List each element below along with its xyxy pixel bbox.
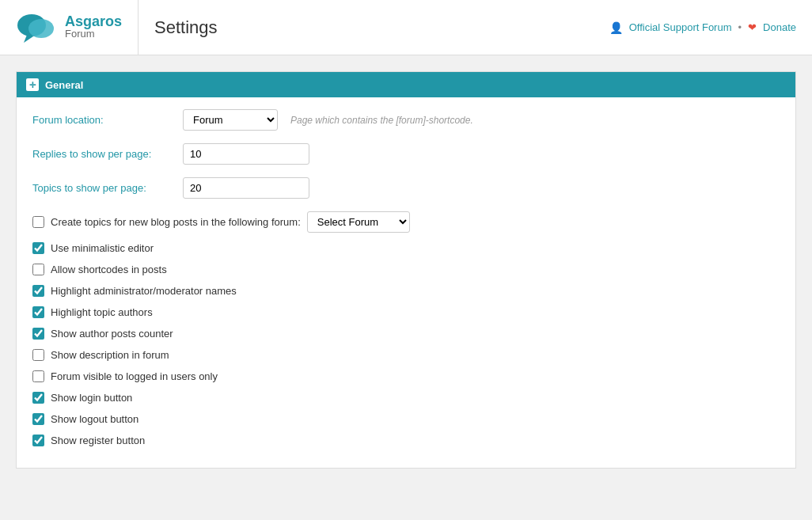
checkbox-cb4[interactable] [32,306,44,318]
checkbox-label-cb2[interactable]: Allow shortcodes in posts [51,264,167,275]
checkbox-row: Allow shortcodes in posts [32,264,780,275]
checkbox-cb9[interactable] [32,413,44,425]
checkbox-row: Show author posts counter [32,328,780,340]
replies-per-page-row: Replies to show per page: [32,143,780,165]
page-title: Settings [154,17,609,38]
section-body: Forum location: Forum Page which contain… [17,97,795,468]
checkbox-label-cb7[interactable]: Forum visible to logged in users only [51,370,218,382]
checkbox-label-cb8[interactable]: Show login button [51,392,132,404]
forum-location-select[interactable]: Forum [183,109,278,131]
topics-per-page-label: Topics to show per page: [32,182,175,194]
person-icon: 👤 [609,21,623,34]
checkbox-label-cb9[interactable]: Show logout button [51,413,138,425]
checkbox-row: Highlight topic authors [32,306,780,318]
checkbox-cb1[interactable] [32,242,44,254]
checkbox-row: Show description in forum [32,349,780,361]
donate-link[interactable]: Donate [763,21,796,33]
forum-location-label: Forum location: [32,114,175,126]
checkboxes-container: Use minimalistic editorAllow shortcodes … [32,242,780,446]
svg-point-1 [28,19,54,38]
checkbox-cb7[interactable] [32,370,44,382]
create-topics-label[interactable]: Create topics for new blog posts in the … [51,216,301,228]
general-section: ✛ General Forum location: Forum Page whi… [16,71,796,469]
replies-per-page-input[interactable] [183,143,309,165]
checkbox-row: Use minimalistic editor [32,242,780,254]
checkbox-cb8[interactable] [32,392,44,404]
checkbox-label-cb6[interactable]: Show description in forum [51,349,169,361]
support-forum-link[interactable]: Official Support Forum [629,21,732,33]
checkbox-cb5[interactable] [32,328,44,340]
section-icon: ✛ [26,78,39,91]
checkbox-cb2[interactable] [32,264,44,275]
checkbox-label-cb5[interactable]: Show author posts counter [51,328,173,340]
section-header: ✛ General [17,72,795,97]
checkbox-label-cb1[interactable]: Use minimalistic editor [51,242,154,254]
main-content: ✛ General Forum location: Forum Page whi… [0,55,812,500]
checkbox-cb6[interactable] [32,349,44,361]
forum-location-row: Forum location: Forum Page which contain… [32,109,780,131]
checkbox-row: Show register button [32,435,780,446]
forum-location-hint: Page which contains the [forum]-shortcod… [290,115,473,126]
checkbox-label-cb10[interactable]: Show register button [51,435,145,446]
create-topics-row: Create topics for new blog posts in the … [32,211,780,233]
logo-area: Asgaros Forum [16,0,138,55]
separator: • [738,21,742,33]
topics-per-page-input[interactable] [183,177,309,199]
checkbox-row: Show login button [32,392,780,404]
replies-per-page-label: Replies to show per page: [32,148,175,160]
header: Asgaros Forum Settings 👤 Official Suppor… [0,0,812,55]
checkbox-cb3[interactable] [32,285,44,297]
checkbox-cb10[interactable] [32,435,44,446]
header-links: 👤 Official Support Forum • ❤ Donate [609,21,796,34]
select-forum-select[interactable]: Select Forum [307,211,410,233]
checkbox-row: Show logout button [32,413,780,425]
create-topics-checkbox[interactable] [32,216,44,228]
logo-icon [16,11,57,44]
checkbox-row: Forum visible to logged in users only [32,370,780,382]
section-title: General [45,79,83,91]
checkbox-label-cb3[interactable]: Highlight administrator/moderator names [51,285,237,297]
topics-per-page-row: Topics to show per page: [32,177,780,199]
checkbox-label-cb4[interactable]: Highlight topic authors [51,306,153,318]
heart-icon: ❤ [748,21,757,33]
logo-text: Asgaros Forum [65,14,122,40]
checkbox-row: Highlight administrator/moderator names [32,285,780,297]
